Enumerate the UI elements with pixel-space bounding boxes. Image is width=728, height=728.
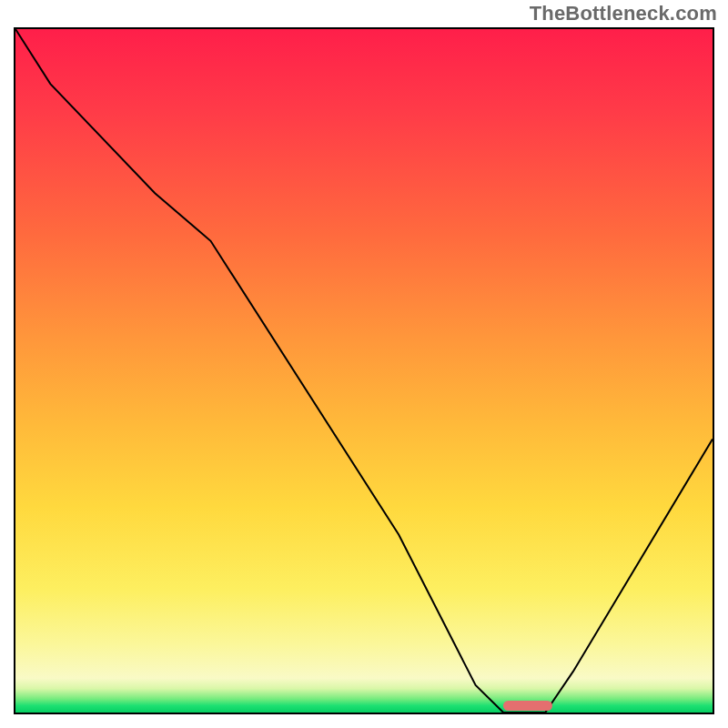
bottleneck-chart: TheBottleneck.com (0, 0, 728, 728)
watermark-text: TheBottleneck.com (530, 2, 717, 25)
curve-svg (15, 29, 713, 713)
plot-area (14, 27, 714, 714)
bottleneck-curve-path (15, 29, 713, 713)
optimal-range-marker (503, 701, 552, 711)
